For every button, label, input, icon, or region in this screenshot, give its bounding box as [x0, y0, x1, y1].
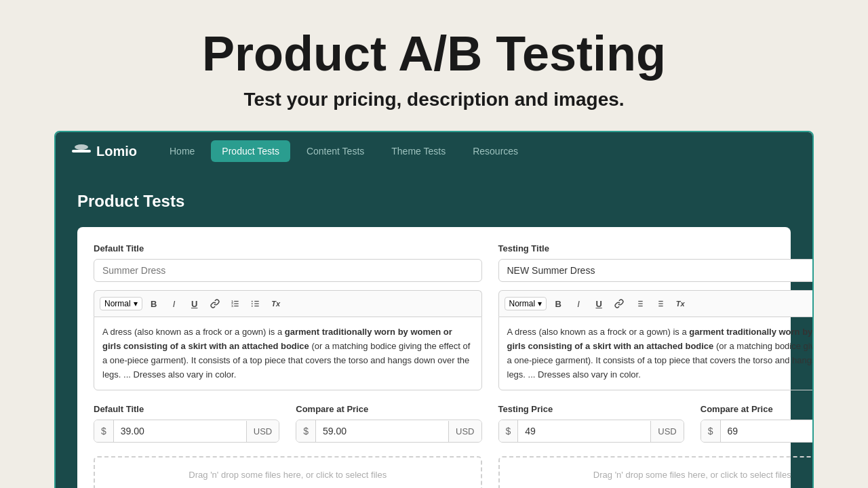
- default-rte: Normal ▾ B I U 1.2.3.: [94, 290, 482, 390]
- default-bold-btn[interactable]: B: [145, 295, 163, 312]
- testing-price-field: $ USD: [498, 420, 684, 443]
- testing-compare-field: $ USD: [701, 420, 814, 443]
- testing-compare-input[interactable]: [721, 420, 814, 442]
- default-link-btn[interactable]: [206, 295, 224, 312]
- navbar: Lomio Home Product Tests Content Tests T…: [56, 132, 812, 170]
- testing-unordered-list-btn[interactable]: [651, 295, 669, 312]
- logo-icon: [72, 144, 91, 158]
- testing-compare-symbol: $: [701, 420, 721, 442]
- default-price-field-container: Default Title $ USD: [94, 404, 279, 443]
- testing-italic-btn[interactable]: I: [570, 295, 587, 312]
- default-compare-symbol: $: [296, 420, 316, 442]
- default-compare-label: Compare at Price: [296, 404, 481, 414]
- testing-price-input[interactable]: [518, 420, 650, 442]
- svg-point-11: [252, 301, 253, 302]
- testing-clear-format-btn[interactable]: Tx: [671, 295, 689, 312]
- default-price-symbol: $: [94, 420, 114, 442]
- hero-subtitle: Test your pricing, description and image…: [14, 89, 854, 110]
- testing-price-row: Testing Price $ USD Compare at Price $: [498, 404, 814, 443]
- default-compare-input[interactable]: [316, 420, 448, 442]
- testing-ordered-list-btn[interactable]: [631, 295, 648, 312]
- svg-point-13: [252, 306, 253, 307]
- testing-column: Testing Title Normal ▾ B I U: [498, 243, 814, 488]
- testing-price-field-container: Testing Price $ USD: [498, 404, 684, 443]
- default-price-row: Default Title $ USD Compare at Price $: [94, 404, 482, 443]
- testing-rte-toolbar: Normal ▾ B I U: [498, 290, 814, 317]
- default-underline-btn[interactable]: U: [186, 295, 203, 312]
- default-price-input[interactable]: [114, 420, 246, 442]
- nav-product-tests[interactable]: Product Tests: [211, 140, 290, 162]
- default-price-label: Default Title: [94, 404, 279, 414]
- default-rte-toolbar: Normal ▾ B I U 1.2.3.: [94, 290, 482, 317]
- testing-compare-label: Compare at Price: [701, 404, 814, 414]
- default-title-input[interactable]: [94, 259, 482, 282]
- logo-text: Lomio: [96, 144, 137, 159]
- testing-price-label: Testing Price: [498, 404, 684, 414]
- default-price-currency: USD: [246, 421, 279, 442]
- app-container: Lomio Home Product Tests Content Tests T…: [54, 131, 814, 488]
- svg-point-1: [75, 144, 88, 150]
- testing-rte: Normal ▾ B I U: [498, 290, 814, 390]
- hero-section: Product A/B Testing Test your pricing, d…: [0, 0, 868, 131]
- nav-theme-tests[interactable]: Theme Tests: [380, 140, 456, 162]
- default-compare-currency: USD: [448, 421, 481, 442]
- svg-text:3.: 3.: [231, 304, 233, 308]
- default-clear-format-btn[interactable]: Tx: [267, 295, 285, 312]
- nav-resources[interactable]: Resources: [462, 140, 529, 162]
- testing-link-btn[interactable]: [610, 295, 628, 312]
- testing-title-label: Testing Title: [498, 243, 814, 253]
- testing-compare-field-container: Compare at Price $ USD: [701, 404, 814, 443]
- svg-point-12: [252, 303, 253, 304]
- default-ordered-list-btn[interactable]: 1.2.3.: [226, 295, 244, 312]
- testing-rte-content[interactable]: A dress (also known as a frock or a gown…: [498, 317, 814, 390]
- svg-rect-0: [72, 150, 91, 152]
- default-style-select[interactable]: Normal ▾: [100, 297, 142, 310]
- hero-title: Product A/B Testing: [14, 27, 854, 81]
- default-title-label: Default Title: [94, 243, 482, 253]
- testing-bold-btn[interactable]: B: [549, 295, 567, 312]
- default-column: Default Title Normal ▾ B I U: [94, 243, 482, 488]
- testing-title-input[interactable]: [498, 259, 814, 282]
- default-compare-field-container: Compare at Price $ USD: [296, 404, 481, 443]
- default-compare-field: $ USD: [296, 420, 481, 443]
- testing-dropzone-text: Drag 'n' drop some files here, or click …: [593, 470, 791, 480]
- testing-price-currency: USD: [650, 421, 683, 442]
- testing-dropzone[interactable]: Drag 'n' drop some files here, or click …: [498, 456, 814, 488]
- default-price-field: $ USD: [94, 420, 279, 443]
- content-area: Product Tests Default Title Normal ▾: [56, 170, 812, 488]
- nav-home[interactable]: Home: [159, 140, 205, 162]
- nav-content-tests[interactable]: Content Tests: [296, 140, 375, 162]
- default-italic-btn[interactable]: I: [165, 295, 183, 312]
- testing-underline-btn[interactable]: U: [590, 295, 608, 312]
- default-dropzone-text: Drag 'n' drop some files here, or click …: [189, 470, 387, 480]
- test-card: Default Title Normal ▾ B I U: [77, 227, 791, 488]
- section-title: Product Tests: [77, 192, 791, 211]
- columns-container: Default Title Normal ▾ B I U: [94, 243, 774, 488]
- logo: Lomio: [72, 144, 137, 159]
- default-unordered-list-btn[interactable]: [247, 295, 264, 312]
- default-dropzone[interactable]: Drag 'n' drop some files here, or click …: [94, 456, 482, 488]
- testing-price-symbol: $: [499, 420, 519, 442]
- testing-style-select[interactable]: Normal ▾: [505, 297, 547, 310]
- default-rte-content[interactable]: A dress (also known as a frock or a gown…: [94, 317, 482, 390]
